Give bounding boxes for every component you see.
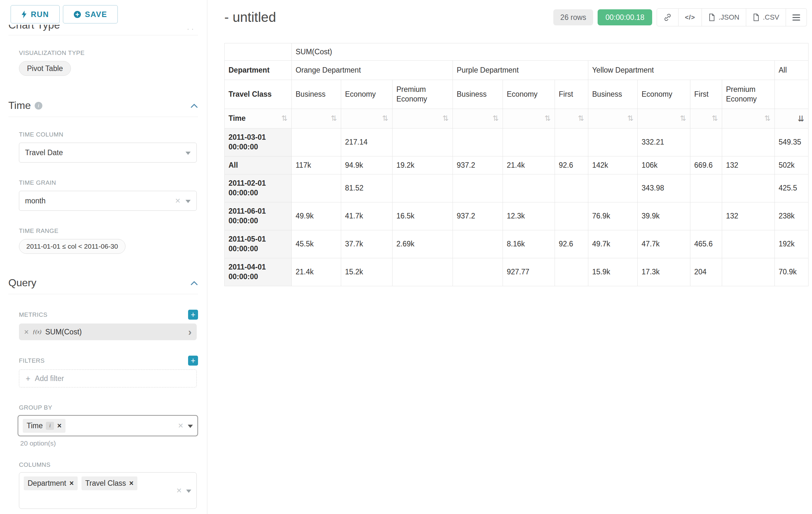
sort-icon[interactable]: ⇅ bbox=[331, 114, 337, 124]
time-grain-select[interactable]: month × bbox=[19, 191, 197, 211]
pivot-value-cell: 332.21 bbox=[638, 129, 690, 157]
visualization-type-pill[interactable]: Pivot Table bbox=[19, 61, 71, 76]
save-button-label: SAVE bbox=[85, 10, 108, 19]
remove-metric-icon[interactable]: × bbox=[24, 328, 29, 336]
time-section-header[interactable]: Time i bbox=[8, 100, 198, 117]
pivot-value-cell: 12.3k bbox=[503, 202, 555, 230]
columns-value-travel-class[interactable]: Travel Class × bbox=[82, 477, 137, 490]
remove-icon[interactable]: × bbox=[57, 422, 61, 430]
chart-type-heading-label: Chart Type bbox=[8, 25, 198, 31]
pivot-class-header: Economy bbox=[341, 80, 393, 109]
sort-icon[interactable]: ⇅ bbox=[764, 114, 771, 124]
add-filter-label: Add filter bbox=[35, 374, 64, 383]
pivot-value-cell: 92.6 bbox=[555, 230, 588, 258]
pivot-value-cell: 106k bbox=[638, 157, 690, 174]
pivot-value-cell: 465.6 bbox=[690, 230, 722, 258]
pivot-class-header: Premium Economy bbox=[722, 80, 775, 109]
sort-icon[interactable]: ⇅ bbox=[578, 114, 584, 124]
pivot-value-cell: 49.9k bbox=[292, 202, 341, 230]
json-button-label: .JSON bbox=[719, 13, 740, 22]
pivot-value-cell bbox=[555, 258, 588, 286]
expand-metric-icon[interactable]: › bbox=[188, 327, 192, 337]
time-range-pill[interactable]: 2011-01-01 ≤ col < 2011-06-30 bbox=[19, 239, 125, 254]
pivot-value-cell: 19.2k bbox=[393, 157, 453, 174]
pivot-value-cell bbox=[588, 174, 638, 202]
pivot-value-cell: 37.7k bbox=[341, 230, 393, 258]
add-filter-plus-button[interactable]: + bbox=[188, 356, 198, 366]
pivot-value-cell bbox=[690, 129, 722, 157]
run-button[interactable]: RUN bbox=[10, 5, 60, 23]
metric-name: SUM(Cost) bbox=[45, 328, 82, 336]
clear-icon[interactable]: × bbox=[178, 421, 183, 430]
metric-item[interactable]: × ƒ(x) SUM(Cost) › bbox=[19, 324, 197, 340]
columns-value-department[interactable]: Department × bbox=[24, 477, 78, 490]
pivot-value-cell: 238k bbox=[775, 202, 809, 230]
chart-header: - untitled 26 rows 00:00:00.18 </> .JSON bbox=[224, 8, 809, 26]
sort-icon[interactable]: ⇅ bbox=[443, 114, 449, 124]
sort-icon[interactable]: ⇅ bbox=[382, 114, 388, 124]
pivot-row-label: 2011-06-01 00:00:00 bbox=[225, 202, 292, 230]
download-csv-button[interactable]: .CSV bbox=[746, 8, 786, 26]
file-icon bbox=[708, 13, 716, 21]
pivot-group-header: Purple Department bbox=[453, 61, 588, 80]
chevron-up-icon[interactable] bbox=[190, 103, 198, 108]
pivot-value-cell: 204 bbox=[690, 258, 722, 286]
columns-select[interactable]: Department × Travel Class × × bbox=[19, 472, 197, 509]
add-filter-button[interactable]: + Add filter bbox=[19, 370, 197, 387]
download-json-button[interactable]: .JSON bbox=[702, 8, 746, 26]
pivot-table-container: SUM(Cost)DepartmentOrange DepartmentPurp… bbox=[224, 43, 809, 286]
pivot-class-header: Business bbox=[292, 80, 341, 109]
add-metric-button[interactable]: + bbox=[188, 310, 198, 320]
action-button-row: RUN SAVE bbox=[10, 5, 207, 23]
save-button[interactable]: SAVE bbox=[63, 5, 118, 23]
pivot-sort-cell: ⇅ bbox=[690, 109, 722, 129]
clear-icon[interactable]: × bbox=[175, 196, 180, 205]
columns-pill-list: Department × Travel Class × bbox=[24, 477, 165, 490]
caret-down-icon[interactable] bbox=[186, 490, 191, 493]
clear-icon[interactable]: × bbox=[176, 486, 182, 495]
plus-icon: + bbox=[26, 375, 30, 383]
sort-descending-icon[interactable]: ⇊ bbox=[798, 113, 804, 124]
pivot-value-cell bbox=[453, 258, 503, 286]
pivot-class-header: Business bbox=[453, 80, 503, 109]
caret-down-icon[interactable] bbox=[188, 425, 193, 428]
pivot-value-cell: 549.35 bbox=[775, 129, 809, 157]
pivot-class-header: Economy bbox=[638, 80, 690, 109]
sort-icon[interactable]: ⇅ bbox=[712, 114, 718, 124]
query-section-header[interactable]: Query bbox=[8, 277, 198, 294]
pivot-class-header: First bbox=[690, 80, 722, 109]
pivot-value-cell: 21.4k bbox=[503, 157, 555, 174]
pivot-value-cell: 669.6 bbox=[690, 157, 722, 174]
plus-circle-icon bbox=[74, 10, 81, 18]
pivot-value-cell bbox=[722, 258, 775, 286]
filters-label: FILTERS bbox=[19, 357, 45, 364]
sort-icon[interactable]: ⇅ bbox=[680, 114, 686, 124]
sort-icon[interactable]: ⇅ bbox=[628, 114, 634, 124]
pivot-col-dim-travel-class: Travel Class bbox=[225, 80, 292, 109]
sort-icon[interactable]: ⇅ bbox=[545, 114, 551, 124]
pivot-value-cell: 217.14 bbox=[341, 129, 393, 157]
sort-icon[interactable]: ⇅ bbox=[282, 114, 288, 124]
link-icon bbox=[663, 13, 672, 22]
chevron-up-icon[interactable] bbox=[190, 280, 198, 286]
pivot-value-cell bbox=[292, 129, 341, 157]
query-timer-badge: 00:00:00.18 bbox=[598, 9, 652, 25]
copy-link-button[interactable] bbox=[657, 8, 678, 26]
pivot-data-row: 2011-06-01 00:00:0049.9k41.7k16.5k937.21… bbox=[225, 202, 809, 230]
remove-icon[interactable]: × bbox=[129, 480, 134, 487]
time-column-select[interactable]: Travel Date bbox=[19, 143, 197, 163]
group-by-value-time[interactable]: Time i × bbox=[23, 419, 65, 433]
visualization-type-label: VISUALIZATION TYPE bbox=[19, 50, 207, 57]
group-by-select[interactable]: Time i × × bbox=[18, 415, 198, 436]
info-icon: i bbox=[46, 422, 54, 430]
sort-icon[interactable]: ⇅ bbox=[493, 114, 499, 124]
time-range-label: TIME RANGE bbox=[19, 227, 207, 235]
view-query-button[interactable]: </> bbox=[678, 8, 702, 26]
caret-down-icon bbox=[185, 200, 191, 203]
pivot-value-cell: 21.4k bbox=[292, 258, 341, 286]
pivot-value-cell bbox=[588, 129, 638, 157]
menu-button[interactable] bbox=[786, 8, 807, 26]
pivot-value-cell: 8.16k bbox=[503, 230, 555, 258]
remove-icon[interactable]: × bbox=[69, 480, 74, 487]
pivot-value-cell: 927.77 bbox=[503, 258, 555, 286]
